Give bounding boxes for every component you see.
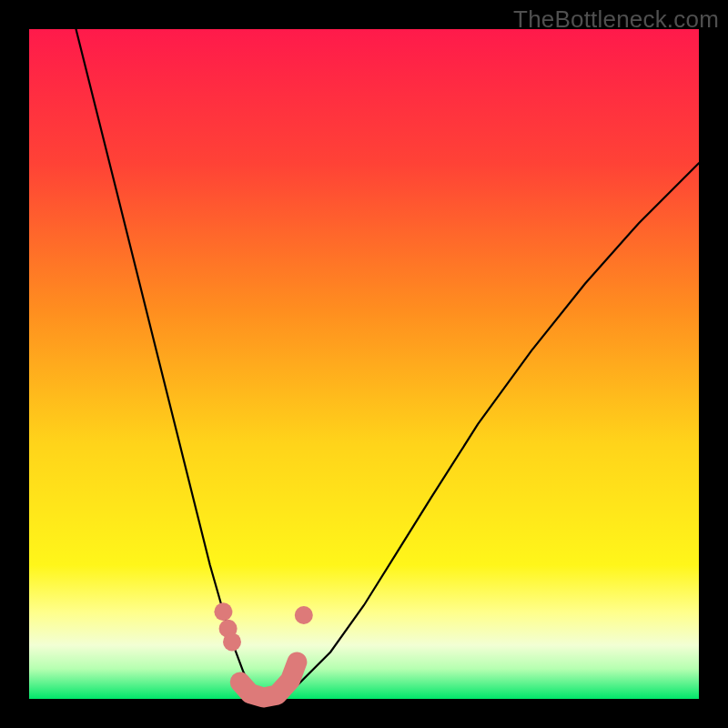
marker-dot — [223, 632, 241, 651]
watermark-text: TheBottleneck.com — [513, 5, 719, 34]
chart-frame: TheBottleneck.com — [0, 0, 728, 728]
plot-area — [29, 29, 699, 699]
bottleneck-curve — [76, 29, 700, 699]
marker-dot — [214, 602, 232, 621]
marker-dots — [214, 602, 312, 651]
chart-svg — [29, 29, 699, 699]
marker-worm — [240, 662, 298, 698]
marker-dot — [295, 606, 313, 624]
